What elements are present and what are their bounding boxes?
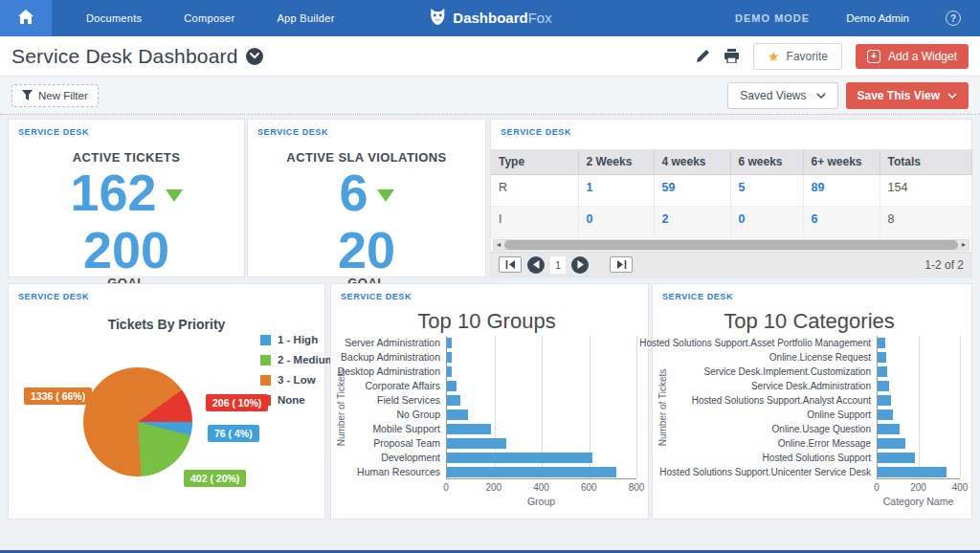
- source-label: SERVICE DESK: [501, 127, 571, 137]
- widget-top-10-groups: SERVICE DESK Top 10 Groups Number of Tic…: [330, 283, 649, 520]
- fox-logo-icon: [428, 7, 447, 30]
- source-label: SERVICE DESK: [662, 292, 733, 301]
- category-label: Service Desk.Administration: [751, 379, 871, 393]
- prev-page-button[interactable]: [527, 256, 545, 274]
- category-label: Development: [381, 451, 440, 465]
- next-page-button[interactable]: [571, 256, 589, 274]
- bar[interactable]: [878, 438, 905, 449]
- category-label: Hosted Solutions Support.Unicenter Servi…: [659, 465, 871, 479]
- bar[interactable]: [447, 352, 452, 363]
- aging-table: Type2 Weeks4 weeks6 weeks6+ weeksTotals …: [491, 149, 972, 238]
- table-header-cell[interactable]: Type: [491, 149, 578, 175]
- drilldown-link-cell[interactable]: 5: [730, 175, 803, 207]
- bar[interactable]: [878, 338, 885, 348]
- edit-button[interactable]: [696, 49, 710, 63]
- bar[interactable]: [447, 395, 460, 406]
- source-label: SERVICE DESK: [341, 292, 412, 301]
- top-nav: Documents Composer App Builder Dashboard…: [0, 0, 980, 36]
- table-header-cell[interactable]: Totals: [880, 149, 971, 175]
- nav-item-documents[interactable]: Documents: [65, 12, 163, 24]
- add-widget-button[interactable]: + Add a Widget: [856, 44, 969, 69]
- bar[interactable]: [878, 352, 886, 363]
- drilldown-link-cell[interactable]: 89: [803, 175, 880, 207]
- current-page: 1: [550, 256, 566, 274]
- help-icon[interactable]: ?: [946, 11, 961, 26]
- saved-views-dropdown[interactable]: Saved Views: [727, 82, 837, 109]
- bar[interactable]: [447, 467, 616, 477]
- dashboard-canvas: SERVICE DESK ACTIVE TICKETS 162 200 GOAL…: [0, 115, 980, 539]
- nav-home-button[interactable]: [0, 0, 52, 36]
- legend-item[interactable]: 3 - Low: [260, 374, 335, 386]
- drilldown-link-cell[interactable]: 1: [578, 175, 654, 207]
- chevron-down-icon: [816, 93, 826, 99]
- drilldown-link-cell[interactable]: 59: [654, 175, 730, 207]
- bar[interactable]: [447, 409, 468, 420]
- bar[interactable]: [878, 366, 887, 377]
- nav-item-composer[interactable]: Composer: [163, 12, 256, 24]
- widget-sla-violations: SERVICE DESK ACTIVE SLA VIOLATIONS 6 20 …: [247, 119, 486, 277]
- table-header-cell[interactable]: 4 weeks: [654, 149, 730, 175]
- chevron-down-icon: [947, 93, 957, 99]
- bar[interactable]: [878, 424, 900, 434]
- category-label: Proposal Team: [373, 436, 440, 451]
- bar[interactable]: [878, 381, 889, 391]
- favorite-button[interactable]: ★ Favorite: [753, 43, 842, 70]
- nav-item-app-builder[interactable]: App Builder: [256, 12, 355, 24]
- drilldown-link-cell[interactable]: 6: [803, 207, 880, 238]
- bar[interactable]: [878, 395, 891, 406]
- legend-swatch: [260, 335, 271, 345]
- kpi-title: ACTIVE TICKETS: [73, 150, 181, 165]
- bar[interactable]: [447, 366, 452, 377]
- x-axis-ticks: 0200400600800: [446, 479, 636, 494]
- bar[interactable]: [878, 409, 893, 420]
- scroll-left-icon[interactable]: ◂: [494, 241, 503, 249]
- prev-page-icon: [533, 260, 540, 269]
- favorite-label: Favorite: [787, 50, 828, 63]
- legend-label: None: [278, 394, 305, 406]
- horizontal-scrollbar[interactable]: ◂ ▸: [493, 239, 969, 251]
- drilldown-link-cell[interactable]: 0: [578, 207, 654, 238]
- save-view-button[interactable]: Save This View: [846, 82, 969, 109]
- brand-logo[interactable]: DashboardFox: [428, 0, 551, 36]
- dashboard-menu-button[interactable]: [246, 48, 263, 65]
- bar[interactable]: [447, 381, 457, 391]
- bar[interactable]: [878, 467, 947, 477]
- legend-item[interactable]: 2 - Medium: [260, 354, 335, 365]
- legend-label: 3 - Low: [278, 374, 316, 386]
- table-header-cell[interactable]: 2 Weeks: [578, 149, 654, 175]
- bar[interactable]: [447, 338, 452, 348]
- scroll-right-icon[interactable]: ▸: [959, 241, 969, 249]
- category-label: Hosted Solutions Support.Analyst Account: [692, 393, 871, 408]
- table-header-cell[interactable]: 6+ weeks: [803, 149, 880, 175]
- pie-chart[interactable]: [83, 367, 192, 476]
- legend-item[interactable]: None: [260, 394, 335, 406]
- x-tick-label: 800: [629, 482, 645, 493]
- kpi-value: 6: [339, 165, 368, 221]
- plus-icon: +: [867, 50, 880, 63]
- plot-area: [877, 336, 960, 479]
- last-page-button[interactable]: [610, 256, 633, 273]
- legend-item[interactable]: 1 - High: [260, 334, 335, 345]
- user-menu[interactable]: Demo Admin: [846, 12, 909, 24]
- category-label: Online.Usage Question: [772, 422, 871, 436]
- print-button[interactable]: [724, 49, 740, 63]
- bar[interactable]: [447, 438, 506, 449]
- bar[interactable]: [447, 453, 592, 463]
- table-cell: R: [491, 175, 578, 207]
- nav-right: DEMO MODE Demo Admin ?: [735, 0, 980, 36]
- scrollbar-thumb[interactable]: [504, 240, 958, 250]
- widget-ticket-aging-table: SERVICE DESK Type2 Weeks4 weeks6 weeks6+…: [490, 119, 972, 277]
- bar[interactable]: [447, 424, 491, 434]
- new-filter-button[interactable]: New Filter: [11, 84, 99, 107]
- category-label: Service Desk.Implement.Customization: [703, 365, 871, 379]
- first-page-button[interactable]: [499, 256, 522, 273]
- drilldown-link-cell[interactable]: 0: [730, 207, 803, 238]
- pie-data-label: 76 ( 4%): [208, 425, 259, 442]
- drilldown-link-cell[interactable]: 2: [654, 207, 730, 238]
- kpi-title: ACTIVE SLA VIOLATIONS: [286, 150, 446, 165]
- bar[interactable]: [878, 453, 915, 463]
- table-header-cell[interactable]: 6 weeks: [730, 149, 803, 175]
- category-label: Desktop Administration: [338, 365, 440, 379]
- pie-data-label: 402 ( 20%): [184, 470, 246, 487]
- x-tick-label: 200: [910, 482, 926, 493]
